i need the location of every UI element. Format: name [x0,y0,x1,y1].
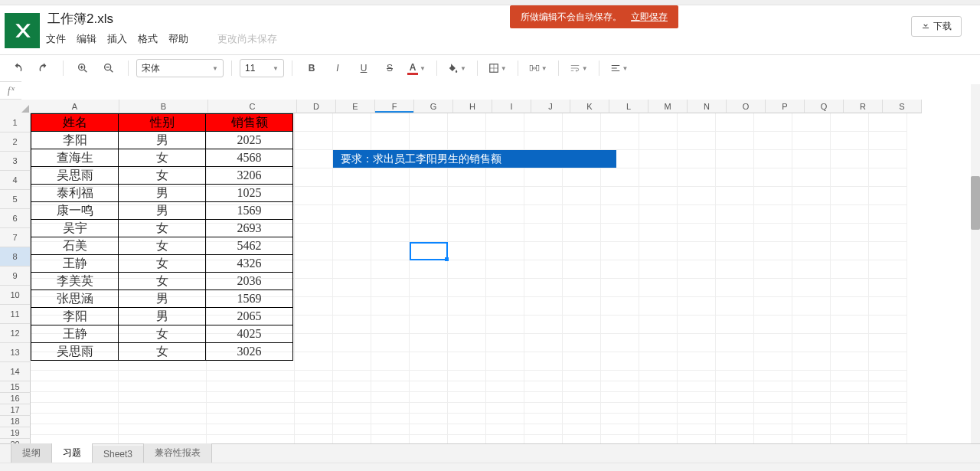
col-header-M[interactable]: M [648,100,688,113]
table-cell[interactable]: 男 [119,308,206,325]
table-cell[interactable]: 4568 [206,149,293,167]
row-header-15[interactable]: 15 [0,381,31,393]
fx-label[interactable]: fˣ [8,85,14,96]
table-cell[interactable]: 女 [119,325,206,343]
row-header-18[interactable]: 18 [0,416,31,427]
font-color-button[interactable]: A▼ [404,59,429,77]
undo-button[interactable] [6,59,29,77]
menu-format[interactable]: 格式 [138,32,158,46]
table-cell[interactable]: 3206 [206,167,293,185]
table-cell[interactable]: 吴宇 [31,220,119,237]
align-button[interactable]: ▼ [607,59,632,77]
instruction-banner[interactable]: 要求：求出员工李阳男生的销售额 [333,150,616,168]
table-cell[interactable]: 男 [119,185,206,202]
table-cell[interactable]: 2025 [206,132,293,149]
col-header-S[interactable]: S [883,100,922,113]
table-cell[interactable]: 康一鸣 [31,202,119,220]
table-cell[interactable]: 查海生 [31,149,119,167]
row-header-12[interactable]: 12 [0,324,31,343]
table-cell[interactable]: 4326 [206,255,293,273]
col-header-P[interactable]: P [766,100,805,113]
underline-button[interactable]: U [352,59,375,77]
table-cell[interactable]: 李阳 [31,308,119,325]
table-cell[interactable]: 女 [119,273,206,290]
table-cell[interactable]: 泰利福 [31,185,119,202]
table-header[interactable]: 销售额 [206,114,293,132]
col-header-I[interactable]: I [492,100,531,113]
cell-selection[interactable] [410,242,448,260]
col-header-B[interactable]: B [119,100,208,113]
table-cell[interactable]: 女 [119,237,206,255]
table-header[interactable]: 姓名 [31,114,119,132]
row-header-4[interactable]: 4 [0,171,31,190]
menu-help[interactable]: 帮助 [168,32,188,46]
table-cell[interactable]: 女 [119,343,206,361]
table-cell[interactable]: 李阳 [31,132,119,149]
bold-button[interactable]: B [300,59,323,77]
zoom-in-button[interactable] [71,59,94,77]
table-cell[interactable]: 王静 [31,255,119,273]
table-cell[interactable]: 男 [119,202,206,220]
vertical-scrollbar[interactable] [971,84,980,444]
table-cell[interactable]: 男 [119,132,206,149]
row-header-5[interactable]: 5 [0,190,31,209]
table-cell[interactable]: 张思涵 [31,290,119,308]
table-cell[interactable]: 1569 [206,202,293,220]
data-table[interactable]: 姓名性别销售额李阳男2025查海生女4568吴思雨女3206泰利福男1025康一… [31,113,293,361]
redo-button[interactable] [32,59,55,77]
sheet-tab-1[interactable]: 习题 [51,443,93,463]
col-header-L[interactable]: L [609,100,648,113]
col-header-R[interactable]: R [844,100,883,113]
row-header-13[interactable]: 13 [0,343,31,362]
italic-button[interactable]: I [326,59,349,77]
col-header-A[interactable]: A [31,100,119,113]
row-header-3[interactable]: 3 [0,152,31,171]
col-header-H[interactable]: H [453,100,492,113]
fill-color-button[interactable]: ▼ [445,59,469,77]
row-header-9[interactable]: 9 [0,267,31,286]
table-cell[interactable]: 石美 [31,237,119,255]
table-cell[interactable]: 1569 [206,290,293,308]
horizontal-scrollbar[interactable] [0,463,980,471]
sheet-tab-0[interactable]: 提纲 [11,443,52,463]
font-family-select[interactable]: 宋体▼ [136,59,224,77]
table-cell[interactable]: 5462 [206,237,293,255]
col-header-F[interactable]: F [375,100,414,113]
row-header-6[interactable]: 6 [0,209,31,228]
select-all-corner[interactable] [0,100,31,114]
formula-input[interactable] [21,81,980,100]
strike-button[interactable]: S [378,59,401,77]
table-cell[interactable]: 2065 [206,308,293,325]
table-cell[interactable]: 女 [119,167,206,185]
borders-button[interactable]: ▼ [485,59,510,77]
download-button[interactable]: 下载 [911,16,962,37]
row-header-19[interactable]: 19 [0,427,31,439]
col-header-Q[interactable]: Q [805,100,844,113]
table-header[interactable]: 性别 [119,114,206,132]
row-header-11[interactable]: 11 [0,305,31,324]
col-header-N[interactable]: N [688,100,727,113]
table-cell[interactable]: 3026 [206,343,293,361]
table-cell[interactable]: 2693 [206,220,293,237]
col-header-D[interactable]: D [297,100,336,113]
table-cell[interactable]: 女 [119,255,206,273]
row-header-17[interactable]: 17 [0,404,31,416]
sheet-tab-3[interactable]: 兼容性报表 [143,443,212,463]
row-header-10[interactable]: 10 [0,286,31,305]
save-now-link[interactable]: 立即保存 [631,11,668,24]
col-header-J[interactable]: J [531,100,570,113]
font-size-select[interactable]: 11▼ [240,59,284,77]
row-header-7[interactable]: 7 [0,228,31,247]
row-header-8[interactable]: 8 [0,247,31,267]
zoom-out-button[interactable] [97,59,120,77]
menu-file[interactable]: 文件 [46,32,66,46]
table-cell[interactable]: 李美英 [31,273,119,290]
menu-edit[interactable]: 编辑 [77,32,96,46]
col-header-G[interactable]: G [414,100,453,113]
row-header-1[interactable]: 1 [0,113,31,132]
table-cell[interactable]: 1025 [206,185,293,202]
col-header-C[interactable]: C [208,100,297,113]
table-cell[interactable]: 女 [119,149,206,167]
table-cell[interactable]: 王静 [31,325,119,343]
table-cell[interactable]: 2036 [206,273,293,290]
